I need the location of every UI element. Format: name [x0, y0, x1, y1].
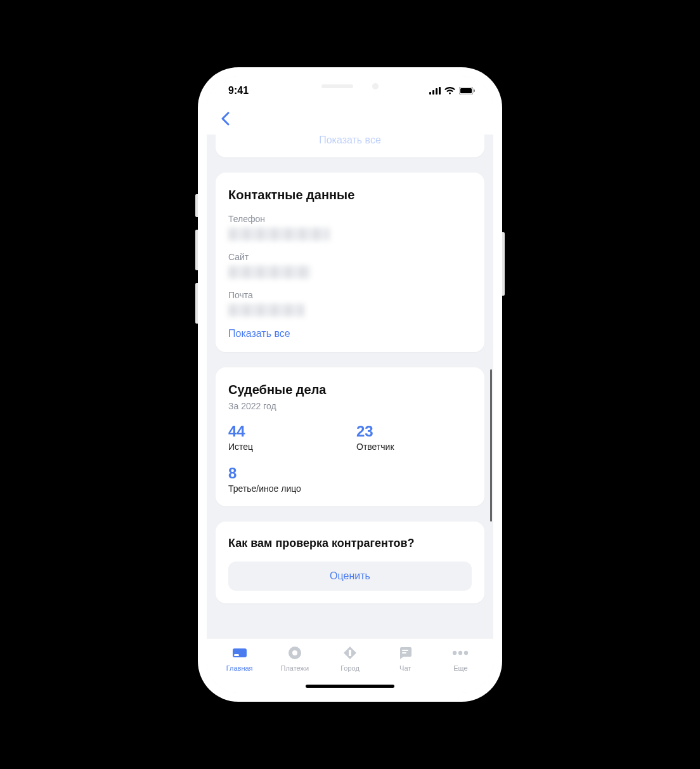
contact-phone-value-blurred: [228, 228, 330, 240]
home-indicator[interactable]: [306, 685, 394, 688]
cases-card: Судебные дела За 2022 год 44 Истец 23 От…: [216, 367, 484, 506]
chevron-left-icon: [221, 112, 230, 126]
cases-title: Судебные дела: [228, 383, 472, 397]
svg-rect-6: [474, 89, 475, 92]
stat-third-value: 8: [228, 464, 344, 482]
wifi-icon: [444, 87, 455, 95]
payments-icon: [286, 644, 304, 662]
stat-third-label: Третье/иное лицо: [228, 483, 344, 494]
svg-point-10: [292, 650, 297, 655]
show-all-link-top[interactable]: Показать все: [319, 135, 381, 145]
contact-email-value-blurred: [228, 304, 304, 317]
contact-email-field: Почта: [228, 290, 472, 317]
contact-card: Контактные данные Телефон Сайт Почта Пок…: [216, 173, 484, 352]
contact-phone-field: Телефон: [228, 214, 472, 240]
svg-rect-12: [402, 650, 408, 651]
stat-third: 8 Третье/иное лицо: [228, 464, 344, 494]
contact-site-value-blurred: [228, 266, 311, 279]
svg-rect-8: [234, 654, 239, 656]
svg-point-15: [458, 651, 462, 655]
scrollbar[interactable]: [490, 369, 492, 522]
feedback-title: Как вам проверка контрагентов?: [228, 537, 472, 550]
tab-home-label: Главная: [226, 664, 253, 672]
rate-button[interactable]: Оценить: [228, 562, 472, 591]
tab-chat-label: Чат: [399, 664, 411, 672]
contact-site-field: Сайт: [228, 252, 472, 279]
home-icon: [231, 644, 249, 662]
signal-icon: [429, 87, 441, 95]
tab-more-label: Еще: [453, 664, 467, 672]
contact-site-label: Сайт: [228, 252, 472, 262]
tab-home[interactable]: Главная: [212, 644, 267, 693]
city-icon: [341, 644, 359, 662]
stat-defendant: 23 Ответчик: [356, 423, 472, 452]
battery-icon: [459, 87, 476, 95]
contact-title: Контактные данные: [228, 188, 472, 202]
phone-side-buttons-left: [195, 194, 198, 336]
svg-rect-11: [349, 650, 351, 656]
svg-rect-2: [436, 88, 438, 95]
cases-subtitle: За 2022 год: [228, 401, 472, 411]
phone-frame: 9:41 Показать все: [198, 67, 502, 702]
stat-defendant-label: Ответчик: [356, 442, 472, 452]
scroll-content[interactable]: Показать все Контактные данные Телефон С…: [207, 135, 493, 638]
contact-email-label: Почта: [228, 290, 472, 300]
nav-bar: [207, 105, 493, 135]
feedback-card: Как вам проверка контрагентов? Оценить: [216, 522, 484, 603]
contact-show-all-link[interactable]: Показать все: [228, 328, 472, 339]
status-time: 9:41: [228, 85, 249, 96]
stat-defendant-value: 23: [356, 423, 472, 440]
stat-plaintiff-label: Истец: [228, 442, 344, 452]
phone-notch: [296, 76, 404, 96]
phone-side-button-right: [502, 232, 505, 296]
card-above-partial: Показать все: [216, 135, 484, 157]
stat-plaintiff: 44 Истец: [228, 423, 344, 452]
screen: 9:41 Показать все: [207, 76, 493, 693]
svg-rect-0: [429, 92, 431, 95]
svg-point-14: [453, 651, 457, 655]
stat-plaintiff-value: 44: [228, 423, 344, 440]
svg-point-16: [464, 651, 468, 655]
more-icon: [451, 644, 469, 662]
svg-rect-3: [439, 87, 441, 95]
tab-payments-label: Платежи: [280, 664, 309, 672]
svg-rect-13: [402, 652, 406, 654]
svg-rect-1: [432, 90, 434, 95]
tab-more[interactable]: Еще: [433, 644, 488, 693]
back-button[interactable]: [216, 109, 235, 128]
tab-city-label: Город: [340, 664, 360, 672]
chat-icon: [396, 644, 414, 662]
svg-rect-5: [460, 88, 472, 93]
contact-phone-label: Телефон: [228, 214, 472, 224]
